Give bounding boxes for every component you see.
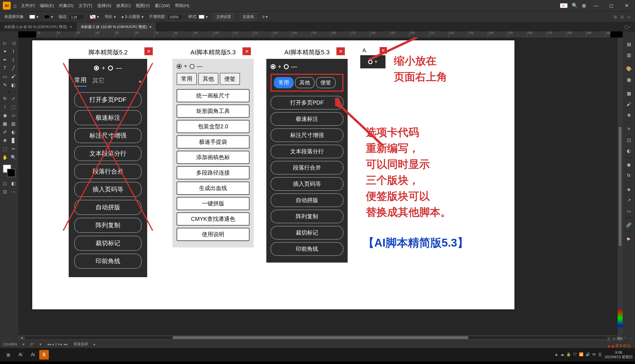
radio-off-icon[interactable] <box>284 64 289 69</box>
zoom-tool[interactable]: 🔍 <box>10 153 17 161</box>
panel53b-close-button[interactable]: ✕ <box>336 47 345 55</box>
chevron-right-icon[interactable]: » <box>139 78 142 84</box>
panel52-tab-other[interactable]: 其它 <box>92 76 105 86</box>
home-icon[interactable]: ⌂ <box>13 3 17 9</box>
canvas[interactable]: 脚本精简版5.2 ✕ + — 常用 其它 » 打开多页PDF极速标注标注尺寸增强… <box>18 38 623 340</box>
align-icon[interactable]: ⊩▾ <box>262 15 268 19</box>
curvature-tool[interactable]: ⤹ <box>10 56 17 64</box>
line-tool[interactable]: ╱ <box>10 64 17 72</box>
panel52-btn[interactable]: 裁切标记 <box>74 236 142 251</box>
panel-mini-close-button[interactable]: ✕ <box>380 47 387 54</box>
panel53a-btn[interactable]: 包装盒型2.0 <box>177 120 250 133</box>
panel53a-close-button[interactable]: ✕ <box>243 47 251 55</box>
menu-help[interactable]: 帮助(H) <box>175 3 189 8</box>
menu-select[interactable]: 选择(S) <box>97 3 111 8</box>
swatches-panel-icon[interactable]: ▩ <box>624 88 634 98</box>
panel53a-btn[interactable]: 添加画稿色标 <box>177 151 250 164</box>
artboard-tool[interactable]: ⬚ <box>1 145 9 153</box>
links-panel-icon[interactable]: 🔗 <box>624 220 634 230</box>
h-scrollbar[interactable]: ◂ ▸ <box>18 335 623 340</box>
panel-toggle2-icon[interactable]: ⊟ <box>620 15 624 19</box>
maximize-button[interactable]: ◻ <box>606 3 617 9</box>
brush-tool[interactable]: 🖌 <box>10 73 17 80</box>
stroke-panel-icon[interactable]: ≡ <box>624 124 634 134</box>
mini-panel-indicator[interactable]: A. <box>560 3 567 8</box>
panel53b-btn[interactable]: 打开多页PDF <box>271 96 343 110</box>
ime-icon[interactable]: ⌨ <box>617 337 623 342</box>
panel53a-btn[interactable]: 多段路径连接 <box>177 166 250 179</box>
shaper-tool[interactable]: ✎ <box>1 81 9 89</box>
panel52-btn[interactable]: 插入页码等 <box>74 182 142 197</box>
radio-off-icon[interactable] <box>190 64 195 69</box>
panel52-btn[interactable]: 标注尺寸增强 <box>74 128 142 143</box>
panel53a-btn[interactable]: CMYK查找潘通色 <box>177 212 250 226</box>
fill-swatch[interactable] <box>29 15 35 19</box>
menu-effect[interactable]: 效果(C) <box>116 3 131 8</box>
panel52-tab-common[interactable]: 常用 <box>74 76 87 87</box>
gradient-tool[interactable]: ▥ <box>10 120 17 127</box>
taskbar-app-ai[interactable]: Ai <box>15 349 26 360</box>
graph-tool[interactable]: ▊ <box>10 136 17 144</box>
tray-icon[interactable]: 🔒 <box>566 352 571 357</box>
graphic-styles-panel-icon[interactable]: fx <box>624 170 634 180</box>
radio-icon[interactable] <box>368 60 373 64</box>
libraries-panel-icon[interactable]: ▥ <box>624 50 634 60</box>
panel53a-tab-other[interactable]: 其他 <box>198 73 218 85</box>
menu-object[interactable]: 对象(O) <box>59 3 73 8</box>
symbol-tool[interactable]: ❋ <box>1 136 9 144</box>
blend-tool[interactable]: ◐ <box>10 128 17 136</box>
direct-select-tool[interactable]: ◁ <box>10 39 17 47</box>
transparency-panel-icon[interactable]: ◐ <box>624 146 634 156</box>
artboards-panel-icon[interactable]: ▭ <box>624 206 634 216</box>
rotation-value[interactable]: 0° <box>30 342 34 346</box>
panel52-btn[interactable]: 极速标注 <box>74 110 142 125</box>
search-icon[interactable]: 🔍 <box>572 3 578 9</box>
panel53b-btn[interactable]: 插入页码等 <box>271 177 343 191</box>
selection-tool[interactable]: ▷ <box>1 39 9 47</box>
tray-icon[interactable]: 🛡 <box>573 352 577 357</box>
stroke-width-input[interactable] <box>69 14 84 20</box>
radio-on-icon[interactable] <box>94 66 99 71</box>
panel52-btn[interactable]: 文本段落分行 <box>74 146 142 161</box>
zoom-value[interactable]: 110.65% <box>3 342 17 346</box>
panel53b-tab-common[interactable]: 常用 <box>274 77 294 88</box>
mesh-tool[interactable]: ▦ <box>1 120 9 127</box>
close-tab-icon[interactable]: ✕ <box>70 25 72 29</box>
panel53b-btn[interactable]: 裁切标记 <box>271 226 343 240</box>
panel52-btn[interactable]: 打开多页PDF <box>74 92 142 107</box>
color-swatches[interactable] <box>3 164 15 177</box>
panel53a-tab-notes[interactable]: 便签 <box>220 73 240 85</box>
panel52-btn[interactable]: 段落行合并 <box>74 164 142 179</box>
screen-mode[interactable]: ⊡ <box>1 188 9 196</box>
color-guide-panel-icon[interactable]: ▦ <box>624 75 634 85</box>
pen-tool[interactable]: ✒ <box>1 56 9 64</box>
perspective-tool[interactable]: ▱ <box>10 111 17 119</box>
close-button[interactable]: ✕ <box>621 3 632 9</box>
radio-on-icon[interactable] <box>271 64 276 69</box>
system-clock[interactable]: 9:06 2023/8/13 星期日 <box>605 350 633 359</box>
panel53b-btn[interactable]: 段落行合并 <box>271 161 343 175</box>
doc-tab-1[interactable]: 未标题-2.ai @ 50 % (CMYK/CPU 预览)✕ <box>0 22 77 31</box>
doc-tab-2[interactable]: 未标题-2 @ 110.65 % (CMYK/CPU 预览)✕ <box>77 22 156 31</box>
ime-icon[interactable]: 五 <box>607 337 611 342</box>
rectangle-tool[interactable]: ▭ <box>1 73 9 80</box>
panel53a-btn[interactable]: 生成出血线 <box>177 182 250 195</box>
prefs-button[interactable]: 首选项 <box>240 13 257 20</box>
close-tab-icon[interactable]: ✕ <box>149 25 152 29</box>
panel53b-btn[interactable]: 阵列复制 <box>271 210 343 223</box>
lasso-tool[interactable]: ⌇ <box>10 47 17 55</box>
width-tool[interactable]: ⟊ <box>1 103 9 111</box>
panel53a-btn[interactable]: 使用说明 <box>177 228 250 241</box>
taskbar-app-ai2[interactable]: Ai <box>27 349 39 360</box>
slice-tool[interactable]: ✂ <box>10 145 17 153</box>
free-transform-tool[interactable]: ⬚ <box>10 103 17 111</box>
taskbar-app-other[interactable]: S <box>39 350 49 360</box>
panel53b-tab-other[interactable]: 其他 <box>295 77 315 88</box>
rotate-tool[interactable]: ↻ <box>1 94 9 102</box>
panel53b-btn[interactable]: 文本段落分行 <box>271 145 343 158</box>
symbols-panel-icon[interactable]: ❋ <box>624 110 634 120</box>
panel53b-btn[interactable]: 标注尺寸增强 <box>271 128 343 142</box>
menu-text[interactable]: 文字(T) <box>78 3 92 8</box>
hand-tool[interactable]: ✋ <box>1 153 9 161</box>
panel53a-btn[interactable]: 一键拼版 <box>177 197 250 210</box>
